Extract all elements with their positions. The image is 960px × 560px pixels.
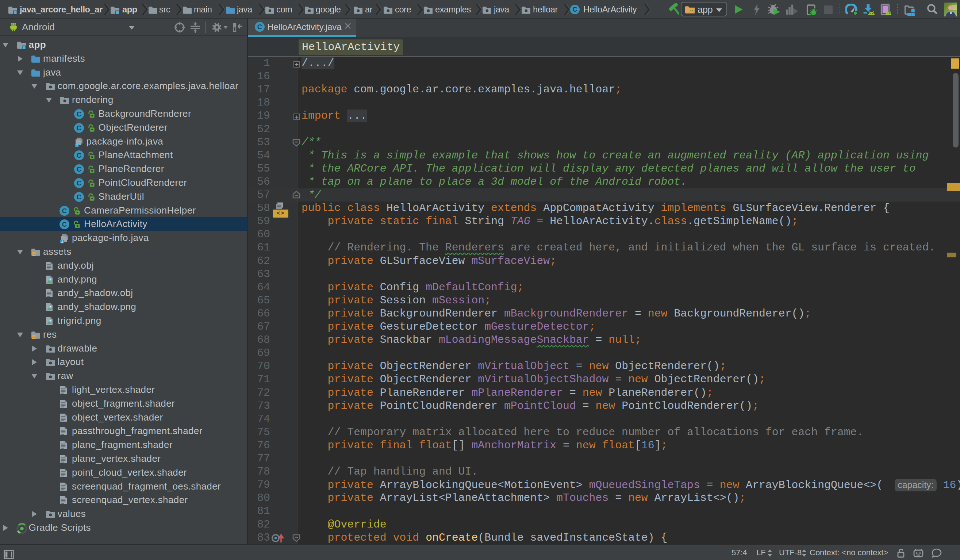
svg-text:C: C bbox=[76, 165, 82, 173]
svg-text:C: C bbox=[76, 152, 82, 159]
svg-text:C: C bbox=[76, 110, 82, 118]
svg-text:J: J bbox=[75, 144, 78, 147]
svg-text:J: J bbox=[61, 240, 64, 243]
svg-text:C: C bbox=[76, 179, 82, 187]
svg-text:C: C bbox=[62, 221, 67, 228]
svg-text:C: C bbox=[62, 206, 67, 214]
svg-text:C: C bbox=[76, 193, 82, 201]
svg-text:C: C bbox=[76, 124, 82, 132]
svg-text:C: C bbox=[572, 5, 577, 13]
